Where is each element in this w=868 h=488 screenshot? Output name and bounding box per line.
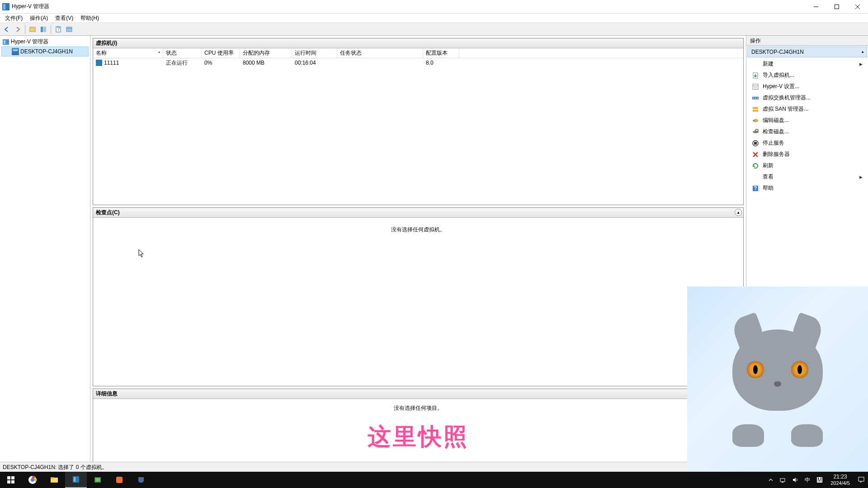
tree-host-node[interactable]: DESKTOP-CJ4GH1N bbox=[1, 47, 89, 56]
menu-action[interactable]: 操作(A) bbox=[26, 14, 52, 23]
tray-ime-indicator[interactable]: 中 bbox=[802, 472, 813, 488]
clock-date: 2024/4/5 bbox=[830, 480, 850, 486]
status-text: DESKTOP-CJ4GH1N: 选择了 0 个虚拟机。 bbox=[3, 464, 108, 470]
start-button[interactable] bbox=[0, 472, 22, 488]
svg-rect-45 bbox=[95, 478, 100, 482]
tray-ime-mode-icon[interactable]: M bbox=[813, 472, 826, 488]
show-hide-tree-button[interactable] bbox=[28, 24, 38, 34]
menu-view[interactable]: 查看(V) bbox=[52, 14, 77, 23]
action-label: 虚拟交换机管理器... bbox=[763, 94, 811, 102]
svg-text:?: ? bbox=[754, 185, 757, 192]
svg-rect-4 bbox=[30, 27, 35, 32]
action-item-导入虚拟机[interactable]: 导入虚拟机... bbox=[747, 70, 867, 81]
taskbar-app-3[interactable] bbox=[130, 472, 152, 488]
tray-notifications-button[interactable] bbox=[854, 472, 868, 488]
vm-table-header: 名称▴ 状态 CPU 使用率 分配的内存 运行时间 任务状态 配置版本 bbox=[93, 48, 743, 58]
tray-volume-icon[interactable] bbox=[789, 472, 802, 488]
action-label: 新建 bbox=[763, 60, 774, 68]
action-label: 虚拟 SAN 管理器... bbox=[763, 105, 808, 113]
collapse-button[interactable]: ▴ bbox=[735, 209, 742, 216]
tray-overflow-button[interactable] bbox=[765, 472, 776, 488]
vm-row[interactable]: 11111 正在运行 0% 8000 MB 00:16:04 8.0 bbox=[93, 58, 743, 67]
svg-rect-9 bbox=[66, 27, 72, 32]
svg-rect-49 bbox=[780, 479, 785, 482]
maximize-button[interactable] bbox=[826, 0, 847, 13]
menu-help[interactable]: 帮助(H) bbox=[77, 14, 103, 23]
svg-rect-23 bbox=[753, 110, 758, 112]
properties-button[interactable]: ? bbox=[53, 24, 63, 34]
details-empty-text: 没有选择任何项目。 bbox=[394, 404, 443, 412]
taskbar-clock[interactable]: 21:23 2024/4/5 bbox=[826, 474, 854, 486]
col-cpu[interactable]: CPU 使用率 bbox=[202, 48, 240, 58]
actions-list: 新建▶导入虚拟机...Hyper-V 设置...虚拟交换机管理器...虚拟 SA… bbox=[746, 58, 868, 194]
details-body: 没有选择任何项目。 这里快照 bbox=[93, 399, 743, 467]
tray-network-icon[interactable] bbox=[776, 472, 789, 488]
show-hide-actions-button[interactable] bbox=[38, 24, 48, 34]
action-item-停止服务[interactable]: 停止服务 bbox=[747, 137, 867, 149]
toolbar-extra-button[interactable] bbox=[64, 24, 74, 34]
col-state[interactable]: 状态 bbox=[163, 48, 202, 58]
action-item-虚拟交换机管理器[interactable]: 虚拟交换机管理器... bbox=[747, 92, 867, 103]
vm-state: 正在运行 bbox=[163, 59, 202, 67]
tree-host-label: DESKTOP-CJ4GH1N bbox=[20, 48, 73, 55]
action-item-帮助[interactable]: ?帮助 bbox=[747, 183, 867, 194]
action-item-刷新[interactable]: 刷新 bbox=[747, 160, 867, 171]
hyperv-manager-icon bbox=[2, 38, 9, 46]
svg-point-19 bbox=[753, 98, 754, 99]
svg-rect-1 bbox=[835, 5, 839, 9]
action-item-Hyper-V设置[interactable]: Hyper-V 设置... bbox=[747, 81, 867, 92]
svg-rect-22 bbox=[753, 107, 758, 109]
tree-root-node[interactable]: Hyper-V 管理器 bbox=[1, 37, 89, 47]
tree-pane: Hyper-V 管理器 DESKTOP-CJ4GH1N bbox=[0, 36, 90, 470]
col-task[interactable]: 任务状态 bbox=[337, 48, 423, 58]
blank-icon bbox=[752, 174, 759, 181]
delete-icon bbox=[752, 151, 759, 158]
action-item-检查磁盘[interactable]: 检查磁盘... bbox=[747, 126, 867, 137]
taskbar-chrome[interactable] bbox=[22, 472, 43, 488]
col-uptime[interactable]: 运行时间 bbox=[292, 48, 337, 58]
toolbar-separator bbox=[51, 25, 51, 34]
taskbar-app-1[interactable] bbox=[87, 472, 108, 488]
server-icon bbox=[12, 48, 19, 55]
blank-icon bbox=[752, 61, 759, 68]
details-header: 详细信息 bbox=[93, 389, 743, 399]
col-mem[interactable]: 分配的内存 bbox=[240, 48, 292, 58]
close-button[interactable] bbox=[847, 0, 868, 13]
actions-group-header[interactable]: DESKTOP-CJ4GH1N ▴ bbox=[747, 47, 867, 57]
submenu-arrow-icon: ▶ bbox=[859, 175, 863, 179]
action-item-新建[interactable]: 新建▶ bbox=[747, 58, 867, 70]
vm-table-body: 11111 正在运行 0% 8000 MB 00:16:04 8.0 bbox=[93, 58, 743, 205]
vm-name: 11111 bbox=[104, 60, 119, 66]
refresh-icon bbox=[752, 162, 759, 169]
action-label: Hyper-V 设置... bbox=[763, 83, 799, 90]
action-label: 检查磁盘... bbox=[763, 128, 789, 136]
menu-file[interactable]: 文件(F) bbox=[1, 14, 26, 23]
svg-text:M: M bbox=[817, 477, 822, 483]
svg-rect-36 bbox=[7, 480, 10, 483]
checkpoints-header: 检查点(C) ▴ bbox=[93, 208, 743, 218]
desktop-pet-overlay bbox=[687, 286, 868, 472]
checkpoints-title: 检查点(C) bbox=[96, 209, 120, 216]
taskbar-hyperv[interactable] bbox=[65, 472, 87, 488]
minimize-button[interactable] bbox=[806, 0, 826, 13]
nav-back-button[interactable] bbox=[2, 24, 12, 34]
action-item-删除服务器[interactable]: 删除服务器 bbox=[747, 149, 867, 160]
svg-rect-48 bbox=[139, 482, 143, 483]
taskbar-app-2[interactable] bbox=[108, 472, 130, 488]
svg-rect-12 bbox=[4, 40, 5, 44]
vm-icon bbox=[96, 60, 102, 66]
action-item-虚拟SAN管理器[interactable]: 虚拟 SAN 管理器... bbox=[747, 103, 867, 115]
action-item-编辑磁盘[interactable]: 编辑磁盘... bbox=[747, 115, 867, 126]
action-label: 查看 bbox=[763, 173, 774, 181]
collapse-arrow-icon: ▴ bbox=[862, 49, 864, 54]
col-ver[interactable]: 配置版本 bbox=[423, 48, 459, 58]
help-icon: ? bbox=[752, 185, 759, 192]
action-item-查看[interactable]: 查看▶ bbox=[747, 171, 867, 183]
vm-ver: 8.0 bbox=[423, 60, 459, 66]
toolbar-separator bbox=[25, 25, 25, 34]
sort-asc-icon: ▴ bbox=[158, 50, 160, 54]
taskbar-explorer[interactable] bbox=[43, 472, 65, 488]
nav-forward-button[interactable] bbox=[13, 24, 23, 34]
vm-panel: 虚拟机(I) 名称▴ 状态 CPU 使用率 分配的内存 运行时间 任务状态 配置… bbox=[93, 38, 744, 205]
col-name[interactable]: 名称▴ bbox=[93, 48, 163, 58]
